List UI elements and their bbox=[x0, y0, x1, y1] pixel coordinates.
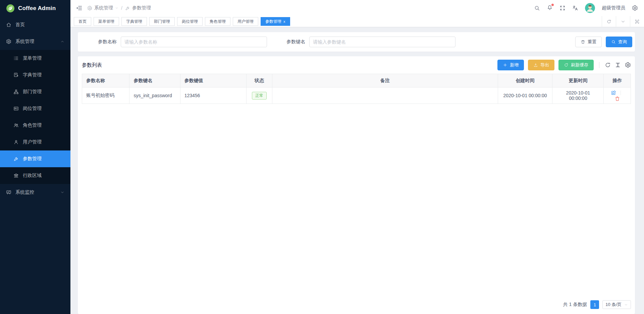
cell-param-name: 账号初始密码 bbox=[82, 87, 129, 104]
avatar[interactable] bbox=[585, 3, 595, 13]
refresh-cache-button[interactable]: 刷新缓存 bbox=[558, 60, 594, 70]
home-icon bbox=[6, 22, 11, 27]
settings-gear-icon[interactable] bbox=[632, 5, 638, 11]
gear-icon bbox=[6, 39, 11, 44]
param-name-label: 参数名称 bbox=[98, 39, 117, 45]
sidebar-item-home[interactable]: 首页 bbox=[0, 16, 70, 33]
page-1-button[interactable]: 1 bbox=[590, 300, 599, 309]
topbar: 系统管理 / 参数管理 超级管理员 bbox=[70, 0, 644, 16]
tab-close-icon[interactable]: x bbox=[283, 19, 285, 23]
page-size-select[interactable]: 10 条/页 bbox=[602, 300, 631, 309]
query-button[interactable]: 查询 bbox=[606, 37, 632, 47]
delete-row-icon[interactable] bbox=[614, 96, 620, 102]
open-tabs: 首页 菜单管理 字典管理 部门管理 岗位管理 角色管理 用户管理 参数管理 x bbox=[74, 17, 602, 26]
sidebar-item-dept-management[interactable]: 部门管理 bbox=[0, 83, 70, 100]
param-name-input[interactable] bbox=[121, 37, 267, 47]
sidebar-item-user-management[interactable]: 用户管理 bbox=[0, 134, 70, 150]
row-density-icon[interactable] bbox=[615, 62, 621, 68]
add-button-label: 新增 bbox=[510, 62, 519, 68]
sidebar-item-system-management[interactable]: 系统管理 bbox=[0, 33, 70, 50]
sidebar: Coffee Admin 首页 系统管理 菜单管理 字典管理 bbox=[0, 0, 70, 314]
dictionary-icon bbox=[13, 72, 19, 78]
cell-updated-at: 2020-10-01 00:00:00 bbox=[552, 87, 604, 104]
system-management-submenu: 菜单管理 字典管理 部门管理 岗位管理 角色管理 bbox=[0, 50, 70, 184]
cell-param-value: 123456 bbox=[180, 87, 246, 104]
query-button-label: 查询 bbox=[618, 39, 627, 45]
tab-home[interactable]: 首页 bbox=[74, 17, 91, 26]
param-table: 参数名称 参数键名 参数键值 状态 备注 创建时间 更新时间 操作 账号初始密码 bbox=[82, 74, 631, 104]
export-button-label: 导出 bbox=[540, 62, 549, 68]
wrench-icon bbox=[125, 6, 130, 11]
pagination-total: 共 1 条数据 bbox=[563, 302, 587, 308]
reset-button[interactable]: 重置 bbox=[575, 37, 602, 47]
sidebar-menu: 首页 系统管理 菜单管理 字典管理 部门管理 bbox=[0, 16, 70, 201]
tab-options-chevron-icon[interactable] bbox=[616, 16, 630, 27]
param-list-card-header: 参数列表 新增 导出 刷新缓存 bbox=[82, 56, 631, 74]
col-param-name: 参数名称 bbox=[82, 74, 129, 87]
tab-param-management[interactable]: 参数管理 x bbox=[261, 17, 290, 26]
page-size-value: 10 条/页 bbox=[605, 302, 622, 308]
reset-button-label: 重置 bbox=[588, 39, 596, 45]
add-button[interactable]: 新增 bbox=[497, 60, 524, 70]
tab-controls bbox=[602, 16, 644, 27]
param-key-input[interactable] bbox=[309, 37, 455, 47]
export-button[interactable]: 导出 bbox=[528, 60, 554, 70]
sidebar-item-menu-management[interactable]: 菜单管理 bbox=[0, 50, 70, 67]
search-icon bbox=[611, 40, 616, 44]
sidebar-item-label: 首页 bbox=[15, 22, 25, 28]
tab-label: 部门管理 bbox=[154, 19, 170, 24]
sidebar-item-role-management[interactable]: 角色管理 bbox=[0, 117, 70, 134]
search-form-card: 参数名称 参数键名 重置 查询 bbox=[78, 32, 635, 52]
tab-dept-management[interactable]: 部门管理 bbox=[149, 17, 175, 26]
tab-dict-management[interactable]: 字典管理 bbox=[121, 17, 147, 26]
breadcrumb-level2: 参数管理 bbox=[132, 5, 151, 11]
org-tree-icon bbox=[13, 89, 19, 95]
tab-user-management[interactable]: 用户管理 bbox=[233, 17, 258, 26]
tab-menu-management[interactable]: 菜单管理 bbox=[94, 17, 119, 26]
fullscreen-icon[interactable] bbox=[559, 5, 566, 11]
reload-table-icon[interactable] bbox=[605, 62, 611, 68]
col-param-value: 参数键值 bbox=[180, 74, 246, 87]
card-title: 参数列表 bbox=[82, 62, 102, 68]
download-icon bbox=[533, 63, 538, 67]
sidebar-item-post-management[interactable]: 岗位管理 bbox=[0, 100, 70, 117]
app-logo[interactable]: Coffee Admin bbox=[0, 0, 70, 16]
breadcrumb-separator: / bbox=[120, 5, 123, 11]
param-key-label: 参数键名 bbox=[286, 39, 305, 45]
param-list-card: 参数列表 新增 导出 刷新缓存 bbox=[78, 56, 635, 314]
collapse-sidebar-icon[interactable] bbox=[76, 5, 83, 11]
param-key-form-item: 参数键名 bbox=[286, 37, 455, 47]
sidebar-item-label: 系统监控 bbox=[15, 189, 34, 195]
sidebar-item-param-management[interactable]: 参数管理 bbox=[0, 150, 70, 167]
col-param-key: 参数键名 bbox=[129, 74, 180, 87]
content-fullscreen-icon[interactable] bbox=[630, 16, 644, 27]
tab-label: 用户管理 bbox=[237, 19, 254, 24]
tab-label: 岗位管理 bbox=[182, 19, 198, 24]
notification-badge bbox=[551, 4, 554, 6]
chevron-down-icon bbox=[60, 190, 64, 194]
refresh-tab-icon[interactable] bbox=[602, 16, 616, 27]
tab-post-management[interactable]: 岗位管理 bbox=[177, 17, 203, 26]
tab-label: 角色管理 bbox=[210, 19, 226, 24]
main-area: 系统管理 / 参数管理 超级管理员 bbox=[70, 0, 644, 314]
tab-role-management[interactable]: 角色管理 bbox=[205, 17, 230, 26]
sidebar-item-label: 系统管理 bbox=[15, 39, 34, 45]
current-user-name[interactable]: 超级管理员 bbox=[602, 5, 625, 11]
coffee-admin-logo-icon bbox=[6, 4, 15, 13]
app-title: Coffee Admin bbox=[18, 5, 56, 12]
gear-icon bbox=[87, 6, 92, 11]
sidebar-item-system-monitor[interactable]: 系统监控 bbox=[0, 184, 70, 201]
translate-icon[interactable] bbox=[572, 5, 578, 11]
col-remark: 备注 bbox=[272, 74, 498, 87]
chevron-down-icon[interactable] bbox=[115, 6, 118, 10]
search-icon[interactable] bbox=[534, 5, 540, 11]
edit-row-icon[interactable] bbox=[611, 90, 616, 96]
sidebar-item-dict-management[interactable]: 字典管理 bbox=[0, 67, 70, 83]
status-badge: 正常 bbox=[252, 92, 267, 100]
table-header-row: 参数名称 参数键名 参数键值 状态 备注 创建时间 更新时间 操作 bbox=[82, 74, 631, 87]
action-divider bbox=[621, 90, 621, 95]
column-settings-gear-icon[interactable] bbox=[625, 62, 631, 68]
notifications-button[interactable] bbox=[547, 5, 553, 12]
breadcrumb-level1[interactable]: 系统管理 bbox=[94, 5, 113, 11]
sidebar-item-admin-region[interactable]: 行政区域 bbox=[0, 167, 70, 184]
